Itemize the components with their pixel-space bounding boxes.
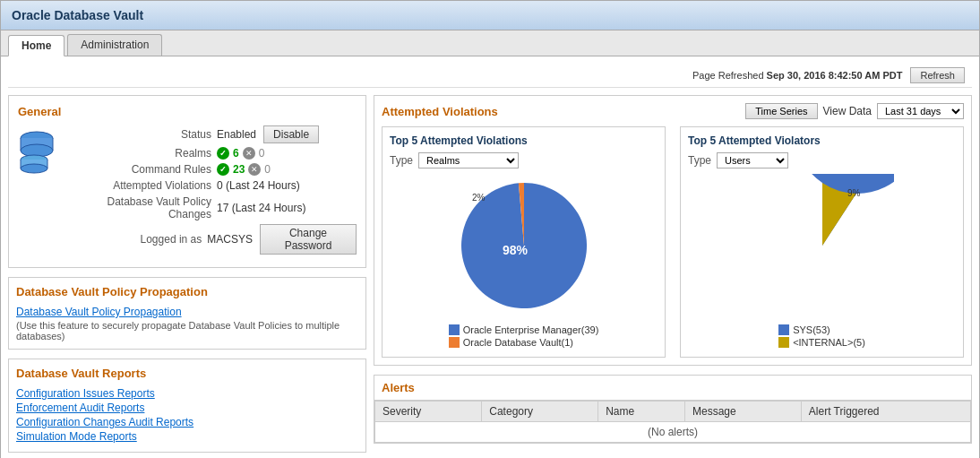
policy-propagation-link[interactable]: Database Vault Policy Propagation: [16, 306, 358, 318]
chart1-type-select[interactable]: Realms Command Rules Factors: [418, 152, 519, 169]
general-title: General: [18, 105, 357, 118]
chart2-legend-color-1: [778, 337, 789, 348]
realms-x-icon: ✕: [243, 147, 255, 160]
chart1-pie-container: 98% 2% Oracle Enterprise Manager(39): [390, 174, 658, 350]
chart1-legend-label-1: Oracle Database Vault(1): [463, 337, 573, 348]
attempted-violations-section: Attempted Violations Time Series View Da…: [374, 95, 972, 366]
svg-text:98%: 98%: [502, 243, 528, 257]
attempted-violations-label: Attempted Violations: [68, 179, 211, 192]
chart2-type-select[interactable]: Users OS Users Programs: [717, 152, 788, 169]
alerts-col-name: Name: [598, 402, 685, 422]
alerts-section: Alerts Severity Category Name Message Al…: [374, 375, 972, 444]
alerts-col-triggered: Alert Triggered: [801, 402, 970, 422]
chart2-legend-label-0: SYS(53): [793, 324, 830, 335]
report-link-3[interactable]: Simulation Mode Reports: [16, 430, 358, 443]
status-value: Enabled Disable: [217, 125, 319, 143]
chart2-pie-svg: 91% 9%: [751, 174, 894, 317]
left-panel: General: [8, 95, 366, 453]
reports-title: Database Vault Reports: [16, 367, 358, 380]
realms-value: ✓ 6 ✕ 0: [217, 147, 264, 160]
command-rules-x-icon: ✕: [248, 163, 261, 176]
svg-text:9%: 9%: [847, 188, 861, 198]
command-rules-value: ✓ 23 ✕ 0: [217, 163, 271, 176]
realms-check-icon: ✓: [217, 147, 229, 160]
logged-in-label: Logged in as: [68, 233, 202, 246]
report-link-2[interactable]: Configuration Changes Audit Reports: [16, 416, 358, 428]
tab-administration[interactable]: Administration: [67, 34, 162, 56]
general-section: General: [8, 95, 366, 268]
chart1-legend-color-1: [449, 337, 460, 348]
command-rules-check-icon: ✓: [217, 163, 229, 176]
chart1-legend-item-1: Oracle Database Vault(1): [449, 337, 599, 348]
tab-bar: Home Administration: [1, 30, 979, 56]
days-select[interactable]: Last 31 days Last 7 days Last 24 hours: [877, 103, 964, 119]
svg-text:91%: 91%: [802, 245, 828, 259]
chart2-legend-item-1: <INTERNAL>(5): [778, 337, 865, 348]
chart2-title: Top 5 Attempted Violators: [688, 134, 956, 147]
chart2-pie-container: 91% 9% SYS(53): [688, 174, 956, 350]
logged-in-value: MACSYS Change Password: [207, 224, 357, 255]
charts-row: Top 5 Attempted Violations Type Realms C…: [382, 126, 964, 358]
av-title: Attempted Violations: [382, 105, 498, 118]
status-row: Status Enabled Disable: [68, 125, 357, 143]
policy-changes-row: Database Vault Policy Changes 17 (Last 2…: [68, 195, 357, 220]
policy-changes-value: 17 (Last 24 Hours): [217, 202, 305, 214]
alerts-title: Alerts: [374, 376, 971, 401]
report-links: Configuration Issues Reports Enforcement…: [16, 387, 358, 443]
chart1-title: Top 5 Attempted Violations: [390, 134, 658, 147]
refresh-button[interactable]: Refresh: [910, 67, 965, 83]
alerts-col-category: Category: [482, 402, 598, 422]
av-header: Attempted Violations Time Series View Da…: [382, 103, 964, 119]
chart2-legend: SYS(53) <INTERNAL>(5): [778, 324, 865, 350]
svg-point-9: [21, 164, 47, 173]
tab-home[interactable]: Home: [8, 35, 64, 56]
realms-label: Realms: [68, 147, 211, 160]
chart1-type-label: Type: [390, 154, 413, 167]
general-inner: Status Enabled Disable Realms ✓: [18, 125, 357, 258]
attempted-violations-row: Attempted Violations 0 (Last 24 Hours): [68, 179, 357, 192]
report-link-1[interactable]: Enforcement Audit Reports: [16, 402, 358, 414]
reports-section: Database Vault Reports Configuration Iss…: [8, 359, 366, 453]
report-link-0[interactable]: Configuration Issues Reports: [16, 387, 358, 400]
right-panel: Attempted Violations Time Series View Da…: [374, 95, 972, 453]
refresh-time: Sep 30, 2016 8:42:50 AM PDT: [767, 70, 903, 81]
view-data-label: View Data: [823, 105, 872, 117]
chart2-legend-item-0: SYS(53): [778, 324, 865, 335]
status-label: Status: [68, 128, 211, 141]
chart1-legend: Oracle Enterprise Manager(39) Oracle Dat…: [449, 324, 599, 350]
alerts-col-severity: Severity: [375, 402, 482, 422]
policy-propagation-desc: (Use this feature to securely propagate …: [16, 320, 358, 341]
alerts-col-message: Message: [684, 402, 801, 422]
command-rules-row: Command Rules ✓ 23 ✕ 0: [68, 163, 357, 176]
chart-box-violations: Top 5 Attempted Violations Type Realms C…: [382, 126, 666, 358]
chart1-legend-label-0: Oracle Enterprise Manager(39): [463, 324, 599, 335]
change-password-button[interactable]: Change Password: [260, 224, 357, 255]
no-alerts-text: (No alerts): [375, 422, 971, 443]
realms-row: Realms ✓ 6 ✕ 0: [68, 147, 357, 160]
title-bar: Oracle Database Vault: [1, 1, 979, 30]
chart1-type-row: Type Realms Command Rules Factors: [390, 152, 658, 169]
chart2-type-label: Type: [688, 154, 711, 167]
top-bar: Page Refreshed Sep 30, 2016 8:42:50 AM P…: [8, 64, 972, 88]
alerts-table: Severity Category Name Message Alert Tri…: [374, 401, 971, 443]
chart1-pie-svg: 98% 2%: [452, 174, 596, 317]
chart2-legend-label-1: <INTERNAL>(5): [793, 337, 865, 348]
attempted-violations-value: 0 (Last 24 Hours): [217, 179, 300, 192]
av-controls: Time Series View Data Last 31 days Last …: [745, 103, 964, 119]
app-title: Oracle Database Vault: [12, 8, 143, 22]
policy-changes-label: Database Vault Policy Changes: [68, 195, 211, 220]
logged-in-row: Logged in as MACSYS Change Password: [68, 224, 357, 255]
database-icon: [18, 129, 56, 178]
time-series-button[interactable]: Time Series: [745, 103, 817, 119]
command-rules-label: Command Rules: [68, 163, 211, 176]
disable-button[interactable]: Disable: [263, 125, 319, 143]
svg-text:2%: 2%: [472, 193, 486, 203]
app-window: Oracle Database Vault Home Administratio…: [0, 0, 980, 458]
chart2-legend-color-0: [778, 324, 789, 335]
policy-propagation-title: Database Vault Policy Propagation: [16, 285, 358, 298]
chart1-legend-item-0: Oracle Enterprise Manager(39): [449, 324, 599, 335]
page-refreshed-label: Page Refreshed: [692, 70, 764, 81]
content-area: Page Refreshed Sep 30, 2016 8:42:50 AM P…: [1, 56, 979, 458]
chart1-legend-color-0: [449, 324, 460, 335]
chart-box-violators: Top 5 Attempted Violators Type Users OS …: [680, 126, 964, 358]
